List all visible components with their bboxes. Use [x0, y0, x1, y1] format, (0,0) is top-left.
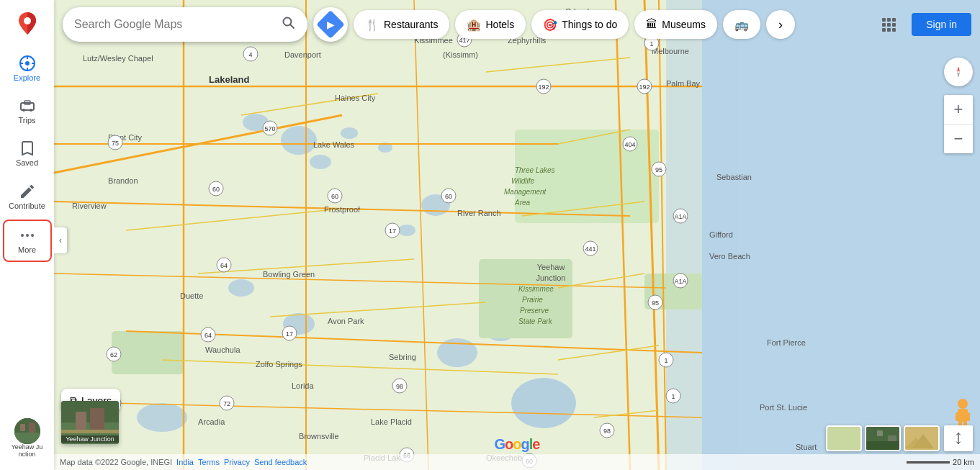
- trips-icon: [19, 97, 36, 114]
- chip-things-to-do[interactable]: 🎯 Things to do: [531, 10, 629, 39]
- svg-text:Vero Beach: Vero Beach: [709, 252, 750, 261]
- svg-rect-194: [892, 23, 896, 27]
- svg-rect-162: [877, 430, 883, 436]
- feedback-link[interactable]: Send feedback: [254, 458, 307, 466]
- satellite-map-type[interactable]: [865, 425, 901, 451]
- zoom-in-button[interactable]: +: [944, 95, 973, 124]
- svg-point-3: [511, 378, 576, 428]
- zoom-out-button[interactable]: −: [944, 125, 973, 153]
- svg-text:Lake Placid: Lake Placid: [371, 417, 412, 426]
- svg-text:Lake Wales: Lake Wales: [313, 140, 355, 149]
- things-to-do-icon: 🎯: [543, 18, 557, 32]
- privacy-link[interactable]: Privacy: [224, 458, 250, 466]
- svg-text:75: 75: [112, 140, 119, 147]
- default-map-type[interactable]: [826, 425, 862, 451]
- saved-icon: [19, 140, 36, 157]
- svg-text:Arcadia: Arcadia: [198, 417, 225, 426]
- india-link[interactable]: India: [176, 458, 194, 466]
- svg-text:98: 98: [603, 428, 611, 435]
- sidebar: Explore Trips Saved Contribute: [0, 0, 54, 470]
- transit-icon: 🚌: [734, 18, 749, 32]
- svg-line-188: [290, 24, 294, 28]
- chip-transit[interactable]: 🚌: [723, 10, 760, 39]
- svg-text:Wauchula: Wauchula: [205, 345, 240, 354]
- directions-button[interactable]: ▶: [313, 7, 348, 42]
- svg-rect-185: [20, 424, 25, 431]
- apps-grid-button[interactable]: [874, 10, 903, 39]
- svg-text:64: 64: [204, 332, 212, 339]
- sidebar-item-trips[interactable]: Trips: [3, 91, 52, 131]
- chip-hotels[interactable]: 🏨 Hotels: [455, 10, 526, 39]
- sidebar-contribute-label: Contribute: [9, 202, 45, 211]
- svg-text:Port St. Lucie: Port St. Lucie: [760, 403, 807, 412]
- svg-text:Lutz/Wesley Chapel: Lutz/Wesley Chapel: [83, 54, 153, 63]
- svg-text:Palm Bay: Palm Bay: [666, 79, 701, 88]
- chip-museums[interactable]: 🏛 Museums: [634, 10, 717, 39]
- chip-more-button[interactable]: ›: [766, 10, 795, 39]
- svg-text:64: 64: [220, 262, 228, 269]
- chip-restaurants-label: Restaurants: [384, 19, 438, 30]
- svg-point-154: [958, 399, 968, 409]
- svg-rect-1: [702, 0, 980, 470]
- svg-text:Bowling Green: Bowling Green: [263, 270, 315, 279]
- svg-text:Area: Area: [514, 199, 531, 207]
- terms-link[interactable]: Terms: [198, 458, 220, 466]
- copyright-text: Map data ©2022 Google, INEGI: [60, 458, 172, 466]
- svg-text:Haines City: Haines City: [335, 94, 376, 102]
- svg-text:Davenport: Davenport: [284, 50, 321, 59]
- sidebar-explore-label: Explore: [14, 73, 40, 83]
- svg-text:Prairie: Prairie: [522, 296, 543, 304]
- search-icon[interactable]: [282, 16, 296, 34]
- svg-text:62: 62: [110, 351, 117, 358]
- svg-text:Zolfo Springs: Zolfo Springs: [256, 360, 302, 369]
- chip-museums-label: Museums: [662, 19, 706, 30]
- svg-text:Yeehaw: Yeehaw: [537, 263, 565, 271]
- svg-text:Brandon: Brandon: [108, 176, 138, 185]
- pegman-button[interactable]: [953, 398, 973, 427]
- svg-text:Preserve: Preserve: [520, 307, 549, 315]
- svg-point-7: [341, 127, 358, 139]
- compass-button[interactable]: [944, 58, 973, 86]
- svg-text:Riverview: Riverview: [72, 202, 107, 210]
- scale-label: 20 km: [953, 458, 974, 466]
- sidebar-item-saved[interactable]: Saved: [3, 134, 52, 173]
- svg-text:192: 192: [639, 83, 649, 91]
- svg-text:Stuart: Stuart: [796, 443, 817, 451]
- svg-text:1: 1: [664, 357, 667, 364]
- svg-point-180: [21, 234, 24, 237]
- google-maps-logo[interactable]: [13, 9, 42, 40]
- museums-icon: 🏛: [646, 18, 657, 31]
- svg-text:Lakeland: Lakeland: [209, 74, 249, 85]
- location-name: Yeehaw Junction: [61, 435, 119, 443]
- sidebar-item-explore[interactable]: Explore: [3, 49, 52, 89]
- svg-rect-196: [887, 28, 891, 32]
- svg-text:A1A: A1A: [674, 213, 686, 220]
- rotate-button[interactable]: [944, 425, 973, 451]
- sidebar-avatar[interactable]: Yeehaw Ju nction: [3, 412, 52, 464]
- chip-hotels-label: Hotels: [485, 19, 514, 30]
- search-input[interactable]: [74, 18, 276, 31]
- contribute-icon: [19, 183, 36, 200]
- svg-text:Duette: Duette: [180, 292, 203, 300]
- svg-point-13: [137, 403, 187, 432]
- svg-text:570: 570: [264, 125, 275, 132]
- collapse-sidebar-button[interactable]: ‹: [54, 227, 67, 253]
- svg-rect-149: [76, 412, 86, 430]
- svg-text:1: 1: [671, 393, 675, 400]
- search-box: [63, 7, 307, 42]
- sign-in-button[interactable]: Sign in: [912, 13, 971, 36]
- sidebar-more-label: More: [18, 245, 36, 255]
- svg-rect-157: [965, 412, 970, 421]
- svg-text:60: 60: [212, 186, 220, 193]
- svg-point-169: [24, 17, 31, 24]
- svg-point-177: [22, 109, 25, 112]
- sidebar-item-more[interactable]: More: [3, 220, 52, 262]
- chip-restaurants[interactable]: 🍴 Restaurants: [354, 10, 449, 39]
- terrain-map-type[interactable]: [904, 425, 940, 451]
- svg-rect-156: [956, 412, 961, 421]
- location-thumbnail[interactable]: Yeehaw Junction: [61, 401, 119, 444]
- sidebar-trips-label: Trips: [18, 116, 35, 125]
- svg-point-181: [26, 234, 29, 237]
- svg-marker-152: [957, 66, 960, 72]
- sidebar-item-contribute[interactable]: Contribute: [3, 177, 52, 217]
